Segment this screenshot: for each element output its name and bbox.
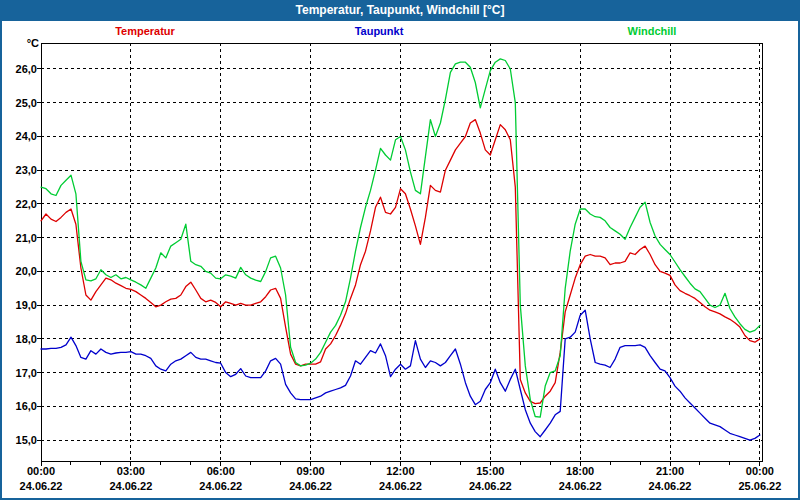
y-tick-label: 15,0 (4, 434, 37, 446)
y-tick-label: 21,0 (4, 232, 37, 244)
x-tick-date-label: 24.06.22 (20, 480, 63, 492)
window-title: Temperatur, Taupunkt, Windchill [°C] (0, 0, 800, 21)
x-tick-date-label: 24.06.22 (289, 480, 332, 492)
x-tick-time-label: 12:00 (386, 465, 414, 477)
x-tick-date-label: 24.06.22 (559, 480, 602, 492)
y-tick-label: 20,0 (4, 265, 37, 277)
x-tick-date-label: 24.06.22 (109, 480, 152, 492)
y-tick-label: 17,0 (4, 367, 37, 379)
chart-window: Temperatur, Taupunkt, Windchill [°C] Tem… (0, 0, 800, 500)
plot-frame (41, 43, 762, 461)
legend-item-temperatur: Temperatur (115, 25, 175, 37)
chart-plot-area (0, 0, 800, 500)
y-tick-label: 18,0 (4, 333, 37, 345)
window-titlebar: Temperatur, Taupunkt, Windchill [°C] (0, 0, 800, 21)
x-tick-date-label: 24.06.22 (469, 480, 512, 492)
y-tick-label: 23,0 (4, 164, 37, 176)
x-tick-time-label: 18:00 (566, 465, 594, 477)
y-tick-label: 26,0 (4, 63, 37, 75)
legend-item-windchill: Windchill (628, 25, 677, 37)
y-tick-label: 24,0 (4, 130, 37, 142)
x-tick-date-label: 24.06.22 (649, 480, 692, 492)
y-tick-label: 22,0 (4, 198, 37, 210)
x-tick-time-label: 15:00 (476, 465, 504, 477)
x-tick-time-label: 00:00 (746, 465, 774, 477)
x-tick-time-label: 06:00 (207, 465, 235, 477)
x-tick-time-label: 00:00 (27, 465, 55, 477)
x-tick-time-label: 03:00 (117, 465, 145, 477)
x-tick-time-label: 09:00 (297, 465, 325, 477)
x-tick-date-label: 24.06.22 (379, 480, 422, 492)
x-tick-date-label: 25.06.22 (738, 480, 781, 492)
x-tick-date-label: 24.06.22 (199, 480, 242, 492)
y-tick-label: 19,0 (4, 299, 37, 311)
y-tick-label: 25,0 (4, 97, 37, 109)
x-tick-time-label: 21:00 (656, 465, 684, 477)
y-tick-label: 16,0 (4, 400, 37, 412)
y-axis-unit-label: °C (27, 37, 39, 49)
legend-item-taupunkt: Taupunkt (355, 25, 404, 37)
